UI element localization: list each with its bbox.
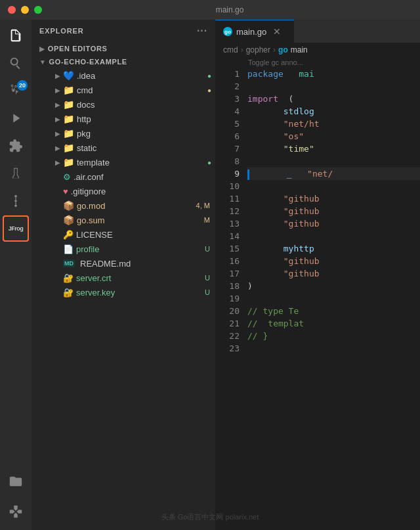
- line-num: 1: [215, 68, 240, 80]
- main-go-tab[interactable]: go main.go ✕: [215, 20, 294, 43]
- list-item[interactable]: 🔐 server.crt U: [32, 271, 215, 285]
- sidebar-title: EXPLORER: [39, 27, 84, 35]
- string: "github: [284, 206, 320, 216]
- file-name: go.mod: [77, 201, 196, 211]
- code-line: "net/ht: [247, 118, 420, 130]
- main-layout: 20 JFrog EXPLORER ···: [0, 20, 420, 530]
- source-control-icon[interactable]: 20: [3, 77, 29, 104]
- file-name: .air.conf: [74, 172, 215, 182]
- code-line: "time": [247, 143, 420, 155]
- comment: // type Te: [247, 306, 299, 316]
- code-line: [247, 180, 420, 192]
- list-item[interactable]: 📦 go.mod 4, M: [32, 198, 215, 213]
- line-num: 20: [215, 305, 240, 317]
- line-num: 10: [215, 180, 240, 192]
- code-line: "github: [247, 255, 420, 267]
- list-item[interactable]: ▶ 📁 http: [32, 112, 215, 126]
- tab-close-button[interactable]: ✕: [273, 26, 281, 37]
- code-text: [289, 69, 294, 79]
- code-text: [247, 256, 278, 266]
- go-echo-example-section[interactable]: ▼ GO-ECHO-EXAMPLE: [32, 55, 215, 68]
- keyword: package: [247, 69, 284, 79]
- string: "os": [284, 131, 304, 141]
- search-icon[interactable]: [3, 50, 29, 76]
- jfrog-icon[interactable]: JFrog: [3, 215, 29, 242]
- line-num: 17: [215, 267, 240, 280]
- line-num: 22: [215, 330, 240, 342]
- code-line: "github: [247, 192, 420, 205]
- line-num: 21: [215, 317, 240, 330]
- line-num: 7: [215, 143, 240, 155]
- code-lines: package mai import ( stdlog: [245, 68, 420, 530]
- jfrog-label: JFrog: [9, 225, 24, 232]
- code-line: stdlog: [247, 105, 420, 118]
- test-icon[interactable]: [3, 160, 29, 187]
- air-conf-icon: ⚙: [63, 172, 71, 182]
- line-num: 6: [215, 130, 240, 143]
- go-mod-icon: 📦: [63, 200, 74, 211]
- svg-point-0: [14, 200, 17, 202]
- file-name: .gitignore: [71, 187, 215, 196]
- traffic-light-green[interactable]: [34, 6, 42, 14]
- list-item[interactable]: 📦 go.sum M: [32, 213, 215, 227]
- list-item[interactable]: ▶ 💙 .idea ●: [32, 68, 215, 83]
- identifier: _: [287, 169, 292, 179]
- traffic-light-yellow[interactable]: [21, 6, 29, 14]
- status-dot: ●: [207, 72, 211, 79]
- run-icon[interactable]: [3, 105, 29, 131]
- idea-folder-icon: 💙: [63, 70, 74, 81]
- list-item[interactable]: 🔐 server.key U: [32, 285, 215, 299]
- breadcrumb-sep2: ›: [273, 45, 276, 55]
- line-numbers: 1 2 3 4 5 6 7 8 9 10 11 12 13 14 15 16 1…: [215, 68, 245, 530]
- folder-chevron-icon: ▶: [52, 144, 63, 152]
- pkg-folder-icon: 📁: [63, 128, 74, 139]
- file-status-badge: M: [204, 216, 210, 224]
- list-item[interactable]: MD README.md: [32, 256, 215, 271]
- open-editors-section[interactable]: ▶ OPEN EDITORS: [32, 42, 215, 55]
- extensions-icon[interactable]: [3, 133, 29, 159]
- file-status-badge: U: [205, 274, 210, 282]
- go-echo-example-label: GO-ECHO-EXAMPLE: [49, 58, 127, 66]
- status-dot: ●: [207, 159, 211, 166]
- code-text: (: [284, 94, 294, 104]
- list-item[interactable]: 🔑 LICENSE: [32, 227, 215, 242]
- folder-chevron-icon: ▶: [52, 101, 63, 108]
- list-item[interactable]: ▶ 📁 cmd ●: [32, 83, 215, 97]
- code-line: // }: [247, 330, 420, 342]
- list-item[interactable]: ▶ 📁 docs: [32, 97, 215, 112]
- folder-icon[interactable]: [3, 468, 29, 495]
- line-num: 13: [215, 217, 240, 230]
- list-item[interactable]: ▶ 📁 pkg: [32, 126, 215, 141]
- file-name: docs: [77, 100, 215, 110]
- code-text: [247, 244, 278, 254]
- list-item[interactable]: ♥ .gitignore: [32, 184, 215, 198]
- breadcrumb-cmd: cmd: [223, 45, 238, 55]
- code-line: [247, 342, 420, 355]
- folder-chevron-icon: ▶: [52, 87, 63, 94]
- code-line: [247, 292, 420, 305]
- code-text: [256, 169, 282, 179]
- git-icon[interactable]: [3, 188, 29, 214]
- list-item[interactable]: 📄 profile U: [32, 242, 215, 256]
- folder-chevron-icon: ▶: [52, 72, 63, 79]
- line-num: 16: [215, 255, 240, 267]
- tab-bar: go main.go ✕: [215, 20, 420, 43]
- file-name: LICENSE: [76, 230, 215, 240]
- gamepad-icon[interactable]: [3, 498, 29, 525]
- svg-point-2: [14, 205, 17, 208]
- code-text: [247, 219, 278, 229]
- folder-chevron-icon: ▶: [52, 159, 63, 166]
- files-icon[interactable]: [3, 22, 29, 49]
- traffic-light-red[interactable]: [8, 6, 16, 14]
- identifier: stdlog: [284, 106, 314, 116]
- sidebar: EXPLORER ··· ▶ OPEN EDITORS ▼ GO-ECHO-EX…: [32, 20, 215, 530]
- list-item[interactable]: ▶ 📁 static: [32, 141, 215, 155]
- code-line: // type Te: [247, 305, 420, 317]
- sidebar-menu-button[interactable]: ···: [197, 25, 207, 37]
- file-name: cmd: [77, 85, 207, 95]
- tab-label: main.go: [236, 27, 266, 37]
- go-sum-icon: 📦: [63, 215, 74, 225]
- list-item[interactable]: ▶ 📁 template ●: [32, 155, 215, 169]
- list-item[interactable]: ⚙ .air.conf: [32, 169, 215, 184]
- gitignore-icon: ♥: [63, 187, 68, 196]
